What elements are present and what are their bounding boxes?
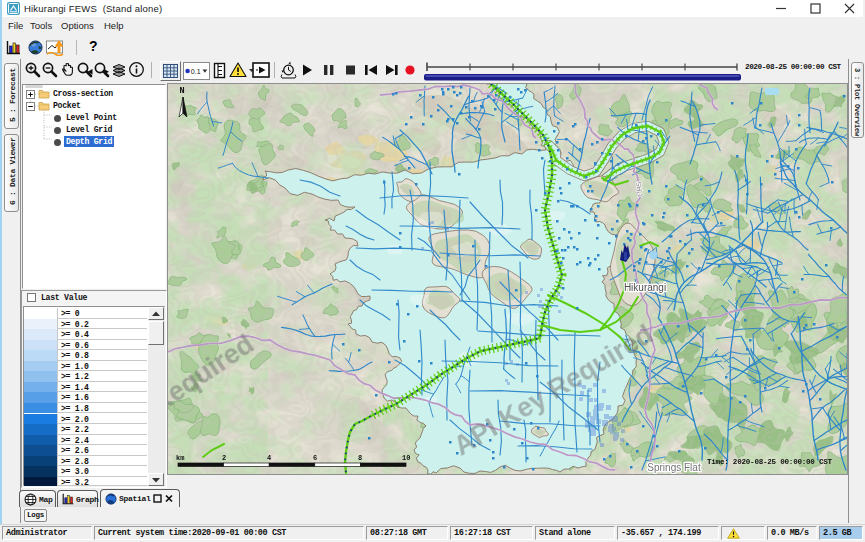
svg-text:Time: 2020-08-25 00:00:00 CST: Time: 2020-08-25 00:00:00 CST xyxy=(707,458,833,466)
svg-text:4: 4 xyxy=(267,454,271,462)
svg-text:8: 8 xyxy=(358,454,362,462)
svg-text:0.1: 0.1 xyxy=(191,68,201,75)
svg-text:6: 6 xyxy=(313,454,317,462)
svg-text:Hikurangi: Hikurangi xyxy=(624,282,666,293)
svg-text:N: N xyxy=(180,86,185,96)
svg-text:Springs Flat: Springs Flat xyxy=(647,462,701,473)
svg-text:10: 10 xyxy=(402,454,410,462)
svg-text:km: km xyxy=(176,454,184,462)
svg-text:3 : Plot Overview: 3 : Plot Overview xyxy=(853,68,861,137)
svg-text:2: 2 xyxy=(222,454,226,462)
